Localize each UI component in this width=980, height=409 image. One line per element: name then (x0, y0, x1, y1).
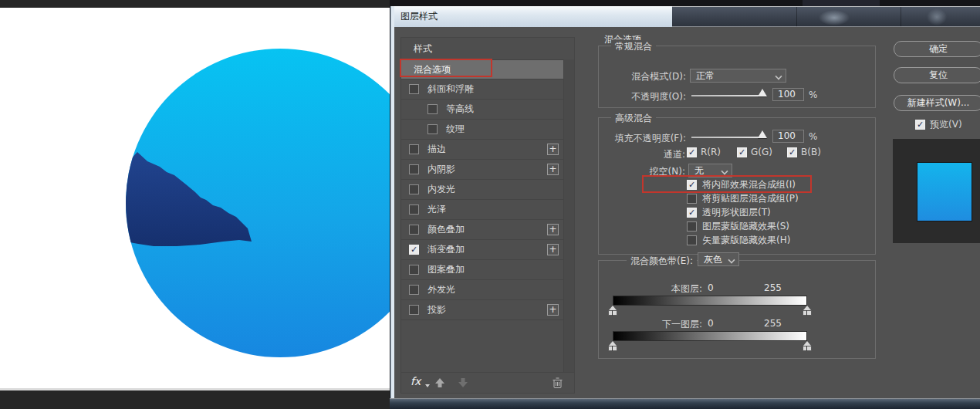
styles-item[interactable]: 斜面和浮雕 (401, 79, 574, 100)
styles-item-label: 外发光 (427, 280, 455, 299)
dialog-titlebar[interactable]: 图层样式 (394, 6, 980, 27)
fx-menu-caret-icon (425, 384, 430, 387)
styles-item[interactable]: 图案叠加 (401, 260, 574, 280)
styles-item[interactable]: ✓渐变叠加+ (401, 240, 574, 260)
blend-if-gradient-bar[interactable] (613, 296, 807, 306)
style-enable-checkbox[interactable] (409, 305, 419, 315)
add-effect-instance-button[interactable]: + (547, 224, 559, 235)
channel-checkbox[interactable]: ✓ (737, 147, 747, 157)
channel-toggle[interactable]: ✓B(B) (787, 147, 821, 159)
styles-item-label: 图案叠加 (427, 260, 465, 279)
styles-item[interactable]: 光泽 (401, 200, 574, 220)
fill-opacity-slider-track[interactable] (691, 137, 763, 138)
blend-if-slider-handle[interactable] (608, 306, 617, 316)
add-effect-instance-button[interactable]: + (547, 304, 559, 316)
channel-checkbox[interactable]: ✓ (787, 147, 797, 157)
fill-opacity-value-input[interactable]: 100 (772, 130, 804, 143)
preview-toggle[interactable]: ✓预览(V) (915, 119, 962, 131)
opacity-slider-track[interactable] (691, 95, 763, 96)
dialog-glass-bottom-border (390, 398, 980, 409)
glass-seam (796, 7, 797, 27)
style-enable-checkbox[interactable] (409, 204, 419, 215)
advanced-blending-label: 高级混合 (611, 112, 656, 125)
add-effect-instance-button[interactable]: + (547, 244, 559, 255)
move-effect-down-icon[interactable] (457, 377, 469, 389)
document-canvas[interactable] (0, 8, 390, 388)
blend-if-slider-handle[interactable] (803, 341, 812, 351)
add-effect-instance-button[interactable]: + (547, 164, 559, 175)
styles-scrollbar[interactable] (563, 59, 574, 373)
styles-item[interactable]: 外发光 (401, 280, 574, 300)
advanced-option[interactable]: 图层蒙版隐藏效果(S) (687, 221, 789, 233)
style-enable-checkbox[interactable] (427, 124, 438, 134)
blend-if-select[interactable]: 灰色 (698, 252, 739, 266)
styles-item-label: 内阴影 (427, 160, 455, 179)
channel-checkbox[interactable]: ✓ (687, 147, 697, 157)
opacity-value-input[interactable]: 100 (772, 88, 804, 101)
styles-item[interactable]: 颜色叠加+ (401, 220, 574, 240)
styles-item-label: 渐变叠加 (427, 240, 465, 259)
blend-if-high-value: 255 (764, 282, 782, 293)
advanced-option-checkbox[interactable] (687, 221, 697, 232)
style-enable-checkbox[interactable] (409, 285, 419, 295)
advanced-option-label: 将剪贴图层混合成组(P) (702, 193, 799, 204)
blend-if-label: 混合颜色带(E): (627, 255, 697, 268)
delete-effect-trash-icon[interactable] (552, 377, 563, 389)
move-effect-up-icon[interactable] (434, 377, 446, 389)
opacity-slider-knob[interactable] (758, 89, 767, 96)
knockout-value: 无 (694, 165, 704, 176)
advanced-option[interactable]: ✓透明形状图层(T) (687, 207, 771, 219)
advanced-option[interactable]: ✓将内部效果混合成组(I) (687, 179, 796, 191)
style-enable-checkbox[interactable] (409, 184, 419, 194)
blend-if-high-value: 255 (764, 318, 782, 329)
blend-if-slider-handle[interactable] (608, 341, 617, 351)
advanced-option-checkbox[interactable]: ✓ (687, 208, 697, 218)
style-enable-checkbox[interactable] (427, 104, 438, 114)
fill-opacity-slider-knob[interactable] (758, 130, 767, 138)
ok-button[interactable]: 确定 (894, 41, 980, 57)
blend-if-low-value: 0 (708, 318, 714, 329)
blend-if-gradient-bar[interactable] (613, 331, 807, 341)
advanced-option[interactable]: 矢量蒙版隐藏效果(H) (687, 235, 790, 247)
styles-item-label: 等高线 (446, 100, 474, 119)
reset-button[interactable]: 复位 (894, 67, 980, 83)
styles-item[interactable]: 描边+ (401, 140, 574, 160)
styles-item[interactable]: 内阴影+ (401, 160, 574, 180)
advanced-option[interactable]: 将剪贴图层混合成组(P) (687, 193, 799, 205)
styles-item[interactable]: 投影+ (401, 300, 574, 320)
blend-if-slider-handle[interactable] (803, 306, 812, 316)
preview-label: 预览(V) (930, 119, 962, 130)
preview-checkbox[interactable]: ✓ (915, 120, 925, 130)
channel-toggle[interactable]: ✓G(G) (737, 147, 772, 159)
style-enable-checkbox[interactable] (409, 84, 419, 94)
knockout-select[interactable]: 无 (688, 164, 732, 177)
styles-item[interactable]: 纹理 (401, 120, 574, 140)
style-enable-checkbox[interactable] (409, 225, 419, 235)
advanced-option-label: 图层蒙版隐藏效果(S) (702, 221, 789, 232)
fx-menu-button[interactable]: fx (411, 375, 421, 387)
advanced-option-checkbox[interactable] (687, 194, 697, 204)
styles-item[interactable]: 等高线 (401, 100, 574, 120)
style-enable-checkbox[interactable]: ✓ (409, 245, 419, 255)
styles-item[interactable]: 内发光 (401, 180, 574, 200)
advanced-option-checkbox[interactable]: ✓ (687, 180, 697, 190)
advanced-option-label: 透明形状图层(T) (702, 207, 771, 218)
general-blending-label: 常规混合 (611, 40, 656, 53)
glass-highlight (819, 10, 850, 25)
new-style-button[interactable]: 新建样式(W)... (894, 95, 980, 111)
style-preview-thumbnail (917, 162, 972, 221)
channel-label: R(R) (701, 147, 721, 157)
style-enable-checkbox[interactable] (409, 164, 419, 174)
blend-mode-value: 正常 (696, 70, 715, 81)
opacity-label: 不透明度(O): (599, 90, 686, 103)
styles-panel: 样式 混合选项 斜面和浮雕等高线纹理描边+内阴影+内发光光泽颜色叠加+✓渐变叠加… (400, 37, 575, 394)
styles-header: 样式 (401, 38, 574, 60)
styles-item-blending-options[interactable]: 混合选项 (401, 60, 574, 79)
channel-toggle[interactable]: ✓R(R) (687, 147, 721, 159)
style-enable-checkbox[interactable] (409, 265, 419, 275)
style-enable-checkbox[interactable] (409, 144, 419, 154)
chevron-down-icon (721, 167, 728, 174)
advanced-option-checkbox[interactable] (687, 235, 697, 245)
blend-mode-select[interactable]: 正常 (690, 69, 786, 83)
add-effect-instance-button[interactable]: + (547, 144, 559, 155)
